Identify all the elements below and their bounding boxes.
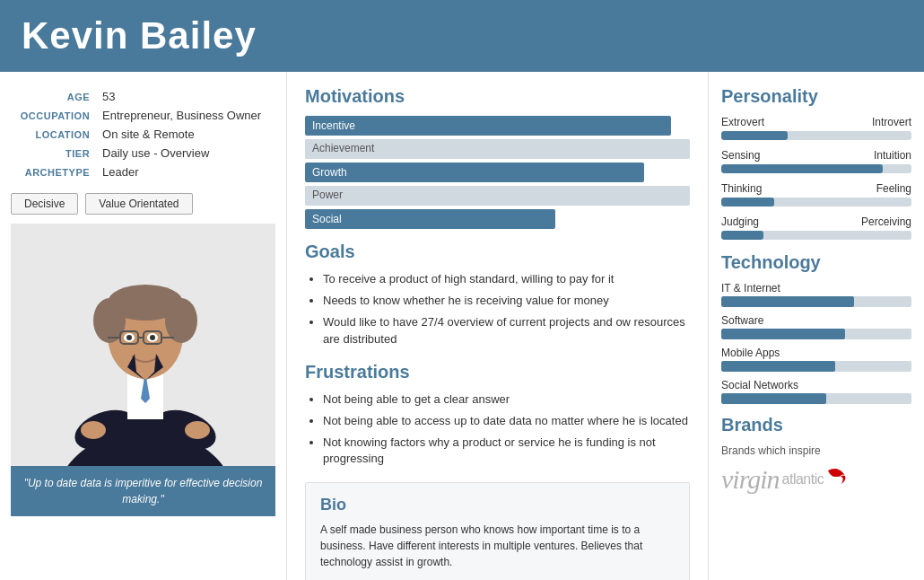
tech-track-3 [721, 393, 911, 404]
personality-section: Personality Extrovert Introvert Sensing … [721, 86, 911, 240]
personality-left-1: Sensing [721, 149, 760, 162]
svg-point-10 [165, 298, 197, 343]
virgin-swoosh-icon [824, 466, 850, 493]
svg-rect-22 [92, 419, 199, 444]
personality-row-2: Thinking Feeling [721, 182, 911, 207]
left-panel: AGE 53 OCCUPATION Entrepreneur, Business… [0, 72, 287, 580]
tech-fill-1 [721, 329, 845, 339]
main-content: AGE 53 OCCUPATION Entrepreneur, Business… [0, 72, 924, 580]
frustrations-list: Not being able to get a clear answer Not… [305, 391, 690, 468]
age-label: AGE [13, 88, 97, 105]
archetype-label: ARCHETYPE [13, 163, 97, 180]
avatar-photo [11, 224, 275, 466]
tag-decisive: Decisive [11, 193, 78, 215]
tech-bars-container: IT & Internet Software Mobile Apps Socia… [721, 282, 911, 404]
tags-container: Decisive Value Orientated [11, 193, 275, 215]
personality-fill-1 [721, 164, 883, 173]
tech-label-0: IT & Internet [721, 282, 911, 294]
personality-left-2: Thinking [721, 182, 762, 195]
avatar-svg [11, 224, 275, 466]
frustrations-title: Frustrations [305, 362, 690, 382]
occupation-label: OCCUPATION [13, 107, 97, 124]
tech-track-2 [721, 361, 911, 372]
personality-rows-container: Extrovert Introvert Sensing Intuition Th… [721, 116, 911, 240]
personality-right-0: Introvert [872, 116, 911, 128]
tech-fill-3 [721, 393, 826, 404]
personality-fill-0 [721, 131, 788, 140]
motivations-title: Motivations [305, 86, 690, 107]
tier-value: Daily use - Overview [99, 145, 274, 162]
frustration-item-2: Not being able to access up to date data… [323, 413, 690, 429]
brands-subtitle: Brands which inspire [721, 444, 911, 457]
motivation-bar-4: Social [305, 209, 690, 229]
brands-title: Brands [721, 415, 911, 435]
tech-fill-2 [721, 361, 835, 372]
goal-item-1: To receive a product of high standard, w… [323, 271, 690, 287]
tech-fill-0 [721, 296, 854, 307]
svg-point-24 [185, 421, 210, 439]
tech-row-3: Social Networks [721, 379, 911, 404]
occupation-value: Entrepreneur, Business Owner [99, 107, 274, 124]
location-label: LOCATION [13, 126, 97, 143]
quote-text: "Up to date data is imperitive for effec… [24, 477, 263, 505]
motivation-bar-0: Incentive [305, 116, 690, 136]
virgin-logo-text: virgin [721, 464, 780, 495]
motivations-section: Motivations IncentiveAchievementGrowthPo… [305, 86, 690, 229]
tech-track-1 [721, 329, 911, 339]
personality-left-3: Judging [721, 215, 759, 228]
motivation-bar-3: Power [305, 186, 690, 206]
personality-right-3: Perceiving [861, 215, 911, 228]
tech-row-2: Mobile Apps [721, 347, 911, 372]
personality-fill-3 [721, 231, 763, 240]
tech-label-2: Mobile Apps [721, 347, 911, 359]
personality-track-0 [721, 131, 911, 140]
personality-track-2 [721, 198, 911, 207]
personality-row-3: Judging Perceiving [721, 215, 911, 240]
personality-track-1 [721, 164, 911, 173]
motivation-bar-2: Growth [305, 163, 690, 182]
tech-track-0 [721, 296, 911, 307]
personality-row-1: Sensing Intuition [721, 149, 911, 173]
tag-value-orientated: Value Orientated [85, 193, 192, 215]
technology-title: Technology [721, 252, 911, 273]
header: Kevin Bailey [0, 0, 924, 72]
personality-right-2: Feeling [876, 182, 911, 195]
personality-left-0: Extrovert [721, 116, 764, 128]
bio-text: A self made business person who knows ho… [320, 522, 675, 570]
location-row: LOCATION On site & Remote [13, 126, 274, 143]
middle-panel: Motivations IncentiveAchievementGrowthPo… [287, 72, 709, 580]
tier-label: TIER [13, 145, 97, 162]
goals-section: Goals To receive a product of high stand… [305, 242, 690, 347]
quote-box: "Up to date data is imperitive for effec… [11, 466, 275, 516]
tech-row-0: IT & Internet [721, 282, 911, 307]
occupation-row: OCCUPATION Entrepreneur, Business Owner [13, 107, 274, 124]
tech-label-1: Software [721, 314, 911, 327]
personality-row-0: Extrovert Introvert [721, 116, 911, 140]
svg-point-19 [150, 335, 155, 340]
atlantic-logo-text: atlantic [782, 471, 824, 488]
motivation-bar-1: Achievement [305, 139, 690, 159]
archetype-row: ARCHETYPE Leader [13, 163, 274, 180]
bio-box: Bio A self made business person who know… [305, 482, 690, 581]
technology-section: Technology IT & Internet Software Mobile… [721, 252, 911, 404]
age-value: 53 [99, 88, 274, 105]
goals-list: To receive a product of high standard, w… [305, 271, 690, 347]
location-value: On site & Remote [99, 126, 274, 143]
bio-title: Bio [320, 496, 675, 514]
goals-title: Goals [305, 242, 690, 262]
person-name: Kevin Bailey [22, 14, 902, 57]
virgin-atlantic-logo: virgin atlantic [721, 464, 911, 495]
archetype-value: Leader [99, 163, 274, 180]
svg-point-23 [81, 421, 106, 439]
goal-item-3: Would like to have 27/4 overview of curr… [323, 314, 690, 347]
right-panel: Personality Extrovert Introvert Sensing … [709, 72, 924, 580]
svg-point-18 [126, 335, 132, 340]
tier-row: TIER Daily use - Overview [13, 145, 274, 162]
info-table: AGE 53 OCCUPATION Entrepreneur, Business… [11, 86, 275, 182]
age-row: AGE 53 [13, 88, 274, 105]
tech-row-1: Software [721, 314, 911, 339]
frustration-item-3: Not knowing factors why a product or ser… [323, 435, 690, 467]
personality-right-1: Intuition [874, 149, 911, 162]
goal-item-2: Needs to know whether he is receiving va… [323, 293, 690, 309]
tech-label-3: Social Networks [721, 379, 911, 391]
